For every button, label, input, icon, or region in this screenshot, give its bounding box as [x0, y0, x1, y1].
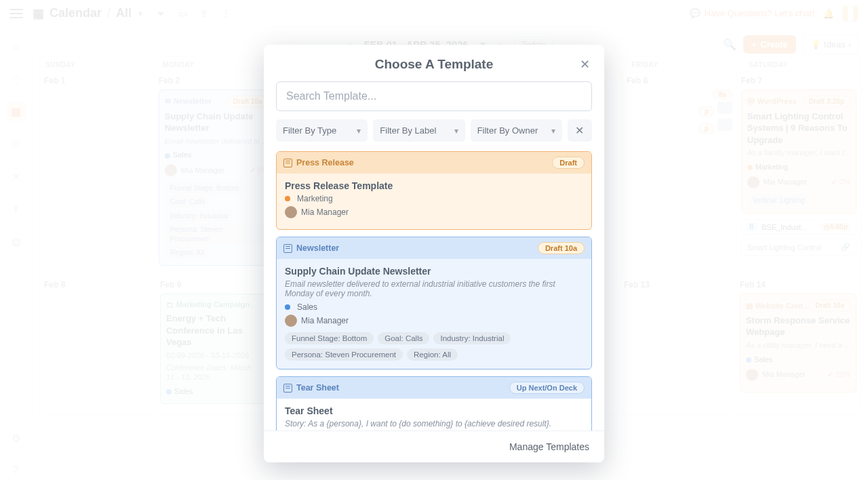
newsletter-icon: [283, 244, 292, 253]
status-badge: Draft 10a: [538, 242, 585, 254]
template-card-newsletter[interactable]: Newsletter Draft 10a Supply Chain Update…: [276, 237, 592, 369]
template-card-press-release[interactable]: Press Release Draft Press Release Templa…: [276, 151, 592, 230]
press-release-icon: [283, 159, 292, 167]
filter-type[interactable]: Filter By Type▾: [276, 119, 368, 142]
choose-template-modal: Choose A Template ✕ Filter By Type▾ Filt…: [264, 45, 604, 462]
modal-overlay: Choose A Template ✕ Filter By Type▾ Filt…: [0, 0, 868, 480]
template-title: Tear Sheet: [285, 405, 583, 416]
manage-templates-link[interactable]: Manage Templates: [509, 441, 589, 452]
template-type: Newsletter: [296, 243, 339, 253]
template-tag: Marketing: [297, 194, 333, 203]
template-tag: Sales: [297, 302, 317, 312]
template-desc: Story: As a {persona}, I want to {do som…: [285, 419, 583, 428]
template-card-tear-sheet[interactable]: Tear Sheet Up Next/On Deck Tear Sheet St…: [276, 376, 592, 431]
avatar: [285, 206, 297, 218]
chevron-down-icon: ▾: [551, 126, 555, 136]
template-type: Tear Sheet: [296, 383, 339, 393]
modal-title: Choose A Template: [277, 57, 591, 72]
template-pill: Funnel Stage: Bottom: [285, 332, 374, 344]
template-title: Press Release Template: [285, 180, 583, 191]
chevron-down-icon: ▾: [357, 126, 361, 136]
filter-label[interactable]: Filter By Label▾: [373, 119, 465, 142]
status-badge: Draft: [552, 157, 585, 169]
template-pill: Persona: Steven Procurement: [285, 348, 403, 361]
tear-sheet-icon: [283, 384, 292, 393]
avatar: [285, 315, 297, 327]
search-input[interactable]: [276, 81, 592, 111]
status-badge: Up Next/On Deck: [509, 382, 585, 394]
template-pill: Region: All: [407, 348, 458, 361]
template-owner: Mia Manager: [301, 207, 349, 217]
template-pill: Industry: Industrial: [433, 332, 511, 344]
template-owner: Mia Manager: [301, 316, 349, 325]
template-pill: Goal: Calls: [378, 332, 429, 344]
filter-owner[interactable]: Filter By Owner▾: [471, 119, 562, 142]
close-icon[interactable]: ✕: [576, 56, 593, 73]
template-title: Supply Chain Update Newsletter: [285, 266, 583, 277]
chevron-down-icon: ▾: [454, 126, 458, 136]
clear-filters-button[interactable]: ✕: [568, 119, 592, 142]
template-desc: Email newsletter delivered to external i…: [285, 279, 583, 298]
template-type: Press Release: [296, 158, 354, 167]
